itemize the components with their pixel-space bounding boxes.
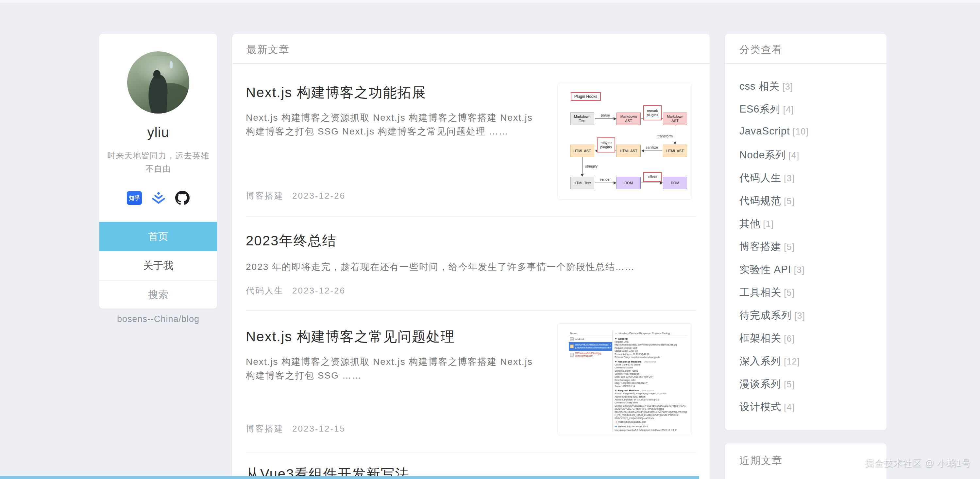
category-count: [5] (784, 380, 795, 390)
profile-motto: 时来天地皆同力，运去英雄不自由 (106, 149, 210, 175)
article-thumbnail-flowchart[interactable]: Plugin Hooks Markdown Text Markdown AST … (557, 83, 692, 200)
article-date: 2023-12-26 (292, 191, 345, 201)
category-label: 深入系列 (740, 355, 781, 367)
category-item[interactable]: ES6系列[4] (740, 102, 794, 116)
category-label: 待完成系列 (740, 310, 792, 321)
category-label: 漫谈系列 (740, 378, 781, 390)
category-item[interactable]: 工具相关[5] (740, 286, 795, 299)
category-item[interactable]: Node系列[4] (740, 148, 799, 162)
article-category[interactable]: 代码人生 (246, 286, 284, 295)
flowchart-edge-render: render (596, 177, 615, 181)
category-count: [12] (784, 357, 800, 366)
request-name: f0155abcca5eb336a9f.jpg (575, 352, 601, 355)
category-count: [6] (784, 334, 795, 343)
category-item[interactable]: 待完成系列[3] (740, 308, 805, 322)
category-item[interactable]: 代码规范[5] (740, 194, 795, 208)
article-category[interactable]: 博客搭建 (246, 424, 284, 434)
category-count: [10] (793, 127, 809, 136)
zhihu-icon[interactable]: 知乎 (127, 191, 142, 205)
flowchart-edge-stringify: stringify (585, 164, 598, 168)
category-item[interactable]: 设计模式[4] (740, 400, 795, 414)
category-count: [5] (784, 196, 795, 206)
request-domain: g.hiphotos.baidu.com/video/pic/item (575, 346, 611, 350)
devtools-request-row-error: f0155abcca5eb336a9f.jpg p0.so.qhmsg.com (569, 351, 612, 359)
article-divider (246, 310, 696, 311)
flowchart-node-markdown-ast: Markdown AST (617, 113, 641, 125)
devtools-request-title-text: ▼ Request Headers (614, 389, 640, 392)
flowchart-edge-sanitize: sanitize (639, 145, 665, 149)
category-count: [3] (782, 82, 793, 92)
article-title[interactable]: 2023年终总结 (246, 232, 336, 250)
nav-item-home[interactable]: 首页 (99, 222, 217, 251)
category-label: 工具相关 (740, 287, 781, 298)
request-name: 960x304e251f95cac1730bd9c51770e960... (575, 343, 611, 346)
category-item[interactable]: 博客搭建[5] (740, 240, 795, 254)
broken-image-icon (570, 353, 574, 357)
profile-nav: 首页 关于我 搜索 (99, 222, 217, 308)
category-count: [5] (784, 288, 795, 298)
flowchart: Plugin Hooks Markdown Text Markdown AST … (558, 83, 692, 200)
close-icon: × (615, 332, 617, 335)
category-item[interactable]: 框架相关[6] (740, 331, 795, 345)
header-divider (232, 63, 710, 64)
category-item[interactable]: css 相关[3] (740, 80, 793, 93)
category-label: 框架相关 (740, 332, 781, 344)
categories-header: 分类查看 (740, 43, 783, 57)
github-icon[interactable] (175, 191, 189, 205)
article-date: 2023-12-15 (292, 424, 345, 434)
category-count: [3] (784, 173, 795, 183)
repo-link[interactable]: bosens--China/blog (99, 314, 217, 324)
devtools-tab-labels: Headers Preview Response Cookies Timing (619, 332, 670, 335)
category-count: [4] (783, 105, 794, 115)
category-count: [3] (794, 311, 805, 321)
devtools-referer-line: ➞Referer: http://localhost:4444/ (614, 424, 687, 429)
category-item[interactable]: JavaScript[10] (740, 125, 809, 137)
header-divider (725, 63, 886, 64)
flowchart-remark-plugins-box: remark plugins (643, 105, 662, 120)
social-links-row: 知乎 (99, 190, 217, 206)
article-title[interactable]: Next.js 构建博客之常见问题处理 (246, 327, 455, 346)
category-label: 设计模式 (740, 401, 781, 413)
request-name: localhost (575, 338, 584, 340)
red-arrow-icon: ➞ (614, 420, 617, 424)
flowchart-node-markdown-ast: Markdown AST (663, 113, 687, 125)
flowchart-node-dom: DOM (617, 177, 641, 189)
file-icon: <> (570, 337, 574, 341)
article-meta: 代码人生2023-12-26 (246, 285, 345, 297)
devtools-detail-panel: ×Headers Preview Response Cookies Timing… (612, 331, 687, 431)
article-thumbnail-devtools[interactable]: Name <> localhost 960x304e251f95cac1730b… (557, 323, 692, 435)
flowchart-rehype-plugins-box: rehype plugins (597, 137, 615, 152)
category-item[interactable]: 实验性 API[3] (740, 263, 805, 276)
category-label: css 相关 (740, 80, 780, 92)
bottom-accent-bar (0, 476, 699, 479)
avatar[interactable] (127, 51, 189, 113)
category-item[interactable]: 深入系列[12] (740, 354, 800, 368)
flowchart-node-dom: DOM (663, 177, 687, 189)
nav-item-about[interactable]: 关于我 (99, 251, 217, 281)
view-source-link: view source (642, 390, 654, 392)
profile-name: yliu (99, 125, 217, 141)
referer-header-text: Referer: http://localhost:4444/ (618, 425, 648, 428)
nav-item-search[interactable]: 搜索 (99, 281, 217, 308)
category-count: [5] (784, 242, 795, 252)
article-category[interactable]: 博客搭建 (246, 191, 284, 201)
request-domain: p0.so.qhmsg.com (575, 354, 601, 358)
devtools-general-lines: Request URL: http://g.hiphotos.baidu.com… (614, 340, 687, 359)
category-count: [3] (794, 265, 805, 275)
blue-arrow-icon: ➞ (614, 424, 617, 429)
category-label: 博客搭建 (740, 241, 781, 252)
article-title[interactable]: Next.js 构建博客之功能拓展 (246, 83, 426, 102)
flowchart-node-html-ast: HTML AST (663, 145, 687, 157)
category-label: 实验性 API (740, 264, 791, 275)
juejin-icon[interactable] (151, 192, 166, 204)
view-source-link: view source (644, 361, 656, 363)
category-item[interactable]: 其他[1] (740, 217, 774, 231)
category-item[interactable]: 代码人生[3] (740, 171, 795, 185)
devtools-general-title: ▼ General (614, 337, 687, 340)
article-divider (246, 216, 696, 217)
recent-articles-card: 近期文章 (725, 443, 886, 479)
article-excerpt: 2023 年的即将走完，趁着现在还有一些时间，给今年发生了许多事情一个阶段性总结… (246, 260, 697, 274)
category-item[interactable]: 漫谈系列[5] (740, 377, 795, 391)
devtools-host-line: ➞Host: g.hiphotos.baidu.com (614, 420, 687, 424)
devtools-response-title: ▼ Response Headersview source (614, 360, 687, 363)
